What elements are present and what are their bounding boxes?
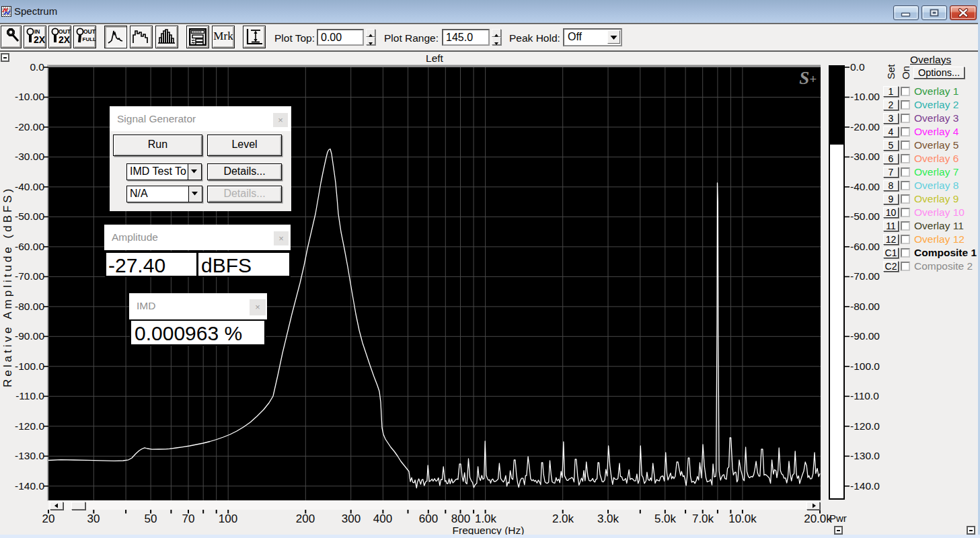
svg-text:2X: 2X (34, 34, 46, 45)
svg-text:2X: 2X (59, 34, 71, 45)
svg-text:FULL: FULL (83, 36, 96, 42)
svg-text:OUT: OUT (83, 28, 96, 35)
